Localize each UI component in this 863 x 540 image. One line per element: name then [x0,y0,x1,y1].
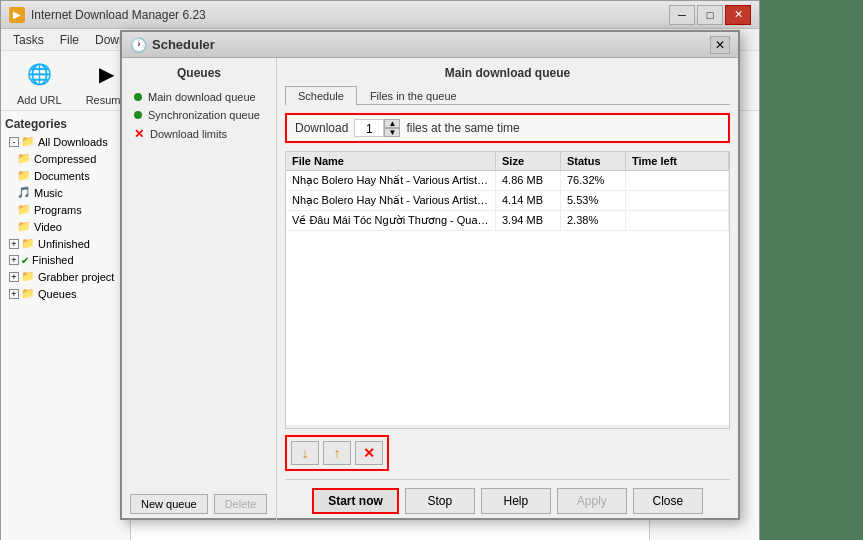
sidebar-compressed[interactable]: 📁 Compressed [5,150,126,167]
dialog-titlebar: 🕐 Scheduler ✕ [122,32,738,58]
sidebar-music[interactable]: 🎵 Music [5,184,126,201]
folder-programs-icon: 📁 [17,203,31,216]
files-table: File Name Size Status Time left Nhạc Bol… [285,151,730,429]
expand-grabber-icon: + [9,272,19,282]
table-row[interactable]: Về Đâu Mái Tóc Người Thương - Quan... 3.… [286,211,729,231]
dialog-left-panel: Queues Main download queue Synchronizati… [122,58,277,522]
queue-sync-dot [134,111,142,119]
folder-compressed-icon: 📁 [17,152,31,165]
scheduler-dialog: 🕐 Scheduler ✕ Queues Main download queue… [120,30,740,520]
remove-btn[interactable]: ✕ [355,441,383,465]
queue-main-label: Main download queue [148,91,256,103]
file-status-2: 2.38% [561,211,626,230]
file-size-1: 4.14 MB [496,191,561,210]
folder-queues-icon: 📁 [21,287,35,300]
folder-unfinished-icon: 📁 [21,237,35,250]
action-buttons-row: ↓ ↑ ✕ [285,435,389,471]
close-window-btn[interactable]: ✕ [725,5,751,25]
spinner-arrows: ▲ ▼ [384,119,400,137]
idm-titlebar: ▶ Internet Download Manager 6.23 ─ □ ✕ [1,1,759,29]
scheduler-close-btn[interactable]: ✕ [710,36,730,54]
download-spinner: 1 ▲ ▼ [354,119,400,137]
idm-title: Internet Download Manager 6.23 [31,8,669,22]
stop-btn[interactable]: Stop [405,488,475,514]
all-downloads-label: All Downloads [38,136,108,148]
sidebar-all-downloads[interactable]: - 📁 All Downloads [5,133,126,150]
folder-music-icon: 🎵 [17,186,31,199]
file-timeleft-2 [626,211,729,230]
apply-btn[interactable]: Apply [557,488,627,514]
categories-label: Categories [5,115,126,133]
table-row[interactable]: Nhạc Bolero Hay Nhất - Various Artists .… [286,171,729,191]
file-size-0: 4.86 MB [496,171,561,190]
queue-main-download[interactable]: Main download queue [130,88,268,106]
add-url-icon: 🌐 [21,56,57,92]
idm-app-icon: ▶ [9,7,25,23]
close-dialog-btn[interactable]: Close [633,488,703,514]
sidebar-grabber[interactable]: + 📁 Grabber project [5,268,126,285]
queue-sync[interactable]: Synchronization queue [130,106,268,124]
table-row[interactable]: Nhạc Bolero Hay Nhất - Various Artists .… [286,191,729,211]
table-body: Nhạc Bolero Hay Nhất - Various Artists .… [286,171,729,425]
col-header-status: Status [561,152,626,170]
file-size-2: 3.94 MB [496,211,561,230]
scheduler-icon: 🕐 [130,37,146,53]
sidebar-documents[interactable]: 📁 Documents [5,167,126,184]
spinner-down-btn[interactable]: ▼ [384,128,400,137]
video-label: Video [34,221,62,233]
sidebar-finished[interactable]: + ✔ Finished [5,252,126,268]
file-name-2: Về Đâu Mái Tóc Người Thương - Quan... [286,211,496,230]
col-header-size: Size [496,152,561,170]
help-btn[interactable]: Help [481,488,551,514]
file-status-0: 76.32% [561,171,626,190]
file-name-0: Nhạc Bolero Hay Nhất - Various Artists .… [286,171,496,190]
new-queue-btn[interactable]: New queue [130,494,208,514]
move-up-btn[interactable]: ↑ [323,441,351,465]
spinner-up-btn[interactable]: ▲ [384,119,400,128]
download-suffix-label: files at the same time [406,121,519,135]
minimize-btn[interactable]: ─ [669,5,695,25]
add-url-btn[interactable]: 🌐 Add URL [9,52,70,110]
col-header-name: File Name [286,152,496,170]
finished-label: Finished [32,254,74,266]
folder-all-downloads-icon: 📁 [21,135,35,148]
idm-sidebar: Categories - 📁 All Downloads 📁 Compresse… [1,111,131,540]
maximize-btn[interactable]: □ [697,5,723,25]
expand-queues-icon: + [9,289,19,299]
tab-files-in-queue[interactable]: Files in the queue [357,86,470,105]
sidebar-unfinished[interactable]: + 📁 Unfinished [5,235,126,252]
table-header: File Name Size Status Time left [286,152,729,171]
programs-label: Programs [34,204,82,216]
grabber-label: Grabber project [38,271,114,283]
move-down-btn[interactable]: ↓ [291,441,319,465]
download-text-label: Download [295,121,348,135]
spinner-value[interactable]: 1 [354,119,384,137]
sidebar-programs[interactable]: 📁 Programs [5,201,126,218]
delete-queue-btn[interactable]: Delete [214,494,268,514]
documents-label: Documents [34,170,90,182]
music-label: Music [34,187,63,199]
sidebar-video[interactable]: 📁 Video [5,218,126,235]
menu-file[interactable]: File [52,31,87,49]
sidebar-queues[interactable]: + 📁 Queues [5,285,126,302]
queue-sync-label: Synchronization queue [148,109,260,121]
compressed-label: Compressed [34,153,96,165]
queue-limits[interactable]: ✕ Download limits [130,124,268,144]
start-now-btn[interactable]: Start now [312,488,399,514]
window-controls: ─ □ ✕ [669,5,751,25]
tab-schedule[interactable]: Schedule [285,86,357,105]
dialog-left-buttons: New queue Delete [130,486,268,514]
queues-label: Queues [38,288,77,300]
check-finished-icon: ✔ [21,255,29,266]
resume-icon: ▶ [88,56,124,92]
folder-video-icon: 📁 [17,220,31,233]
expand-all-downloads-icon: - [9,137,19,147]
queue-main-dot [134,93,142,101]
folder-grabber-icon: 📁 [21,270,35,283]
menu-tasks[interactable]: Tasks [5,31,52,49]
dialog-bottom-buttons: Start now Stop Help Apply Close [285,479,730,514]
file-timeleft-1 [626,191,729,210]
main-queue-title: Main download queue [285,66,730,80]
dialog-right-panel: Main download queue Schedule Files in th… [277,58,738,522]
scheduler-title: Scheduler [152,37,710,52]
